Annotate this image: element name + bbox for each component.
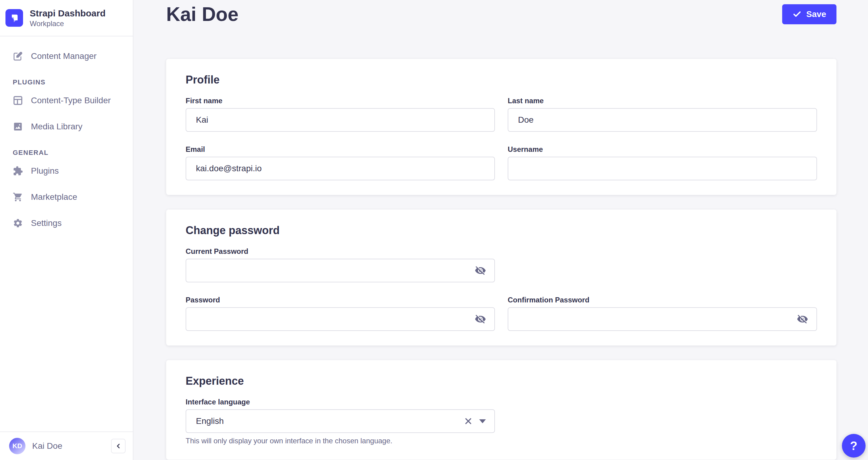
sidebar-item-label: Media Library xyxy=(31,122,83,132)
sidebar-collapse-button[interactable] xyxy=(111,439,126,453)
sidebar-item-content-manager[interactable]: Content Manager xyxy=(0,43,133,69)
confirm-password-field-group: Confirmation Password xyxy=(508,296,817,331)
content-manager-icon xyxy=(13,51,23,61)
first-name-label: First name xyxy=(186,96,495,105)
app-title: Strapi Dashboard xyxy=(30,8,105,19)
sidebar-item-media-library[interactable]: Media Library xyxy=(0,114,133,140)
sidebar-section-plugins: PLUGINS xyxy=(13,78,133,86)
plugins-icon xyxy=(13,166,23,176)
media-library-icon xyxy=(13,121,23,132)
last-name-label: Last name xyxy=(508,96,817,105)
interface-language-help: This will only display your own interfac… xyxy=(186,437,495,445)
avatar: KD xyxy=(9,438,26,454)
sidebar-item-settings[interactable]: Settings xyxy=(0,210,133,236)
toggle-new-password-visibility-button[interactable] xyxy=(474,312,487,326)
new-password-label: Password xyxy=(186,296,495,304)
page-title: Kai Doe xyxy=(166,4,238,25)
current-password-input[interactable] xyxy=(186,259,495,282)
experience-section-title: Experience xyxy=(186,375,817,387)
save-button[interactable]: Save xyxy=(782,4,836,24)
last-name-input[interactable] xyxy=(508,108,817,132)
first-name-input[interactable] xyxy=(186,108,495,132)
toggle-confirm-password-visibility-button[interactable] xyxy=(796,312,809,326)
email-field[interactable] xyxy=(186,157,495,180)
confirm-password-input[interactable] xyxy=(508,307,817,331)
sidebar-item-content-type-builder[interactable]: Content-Type Builder xyxy=(0,87,133,114)
sidebar-item-plugins[interactable]: Plugins xyxy=(0,158,133,184)
sidebar-nav: Content Manager PLUGINS Content-Type Bui… xyxy=(0,36,133,431)
toggle-current-password-visibility-button[interactable] xyxy=(474,264,487,277)
new-password-field-group: Password xyxy=(186,296,495,331)
save-button-label: Save xyxy=(806,9,826,19)
sidebar-item-label: Plugins xyxy=(31,166,59,176)
clear-language-button[interactable] xyxy=(462,414,475,428)
app-brand[interactable]: Strapi Dashboard Workplace xyxy=(0,0,133,36)
email-label: Email xyxy=(186,145,495,154)
user-name: Kai Doe xyxy=(32,441,104,451)
sidebar-item-marketplace[interactable]: Marketplace xyxy=(0,184,133,210)
clear-icon xyxy=(463,416,473,426)
username-field[interactable] xyxy=(508,157,817,180)
profile-card: Profile First name Last name Email xyxy=(166,59,836,195)
interface-language-select[interactable]: English xyxy=(186,409,495,433)
grid-spacer xyxy=(508,398,817,445)
interface-language-label: Interface language xyxy=(186,398,495,406)
new-password-input[interactable] xyxy=(186,307,495,331)
grid-spacer xyxy=(508,247,817,282)
check-icon xyxy=(793,10,802,19)
last-name-field-group: Last name xyxy=(508,96,817,132)
interface-language-field-group: Interface language English This will onl… xyxy=(186,398,495,445)
email-field-group: Email xyxy=(186,145,495,180)
sidebar-item-label: Settings xyxy=(31,218,62,228)
current-password-field-group: Current Password xyxy=(186,247,495,282)
question-mark-icon: ? xyxy=(850,439,857,453)
sidebar-item-label: Content-Type Builder xyxy=(31,96,111,105)
chevron-left-icon xyxy=(115,442,122,450)
strapi-logo xyxy=(5,9,23,27)
current-password-label: Current Password xyxy=(186,247,495,256)
settings-icon xyxy=(13,218,23,228)
eye-off-icon xyxy=(475,265,486,276)
change-password-section-title: Change password xyxy=(186,224,817,237)
experience-card: Experience Interface language English Th… xyxy=(166,360,836,460)
sidebar-item-label: Content Manager xyxy=(31,51,96,61)
main-content: Kai Doe Save Profile First name Last nam… xyxy=(133,0,868,460)
first-name-field-group: First name xyxy=(186,96,495,132)
change-password-card: Change password Current Password Passwor… xyxy=(166,209,836,346)
sidebar-section-general: GENERAL xyxy=(13,149,133,157)
content-type-builder-icon xyxy=(13,95,23,106)
confirm-password-label: Confirmation Password xyxy=(508,296,817,304)
sidebar-user-row: KD Kai Doe xyxy=(0,431,133,460)
eye-off-icon xyxy=(475,313,486,325)
sidebar: Strapi Dashboard Workplace Content Manag… xyxy=(0,0,133,460)
profile-section-title: Profile xyxy=(186,74,817,86)
username-label: Username xyxy=(508,145,817,154)
eye-off-icon xyxy=(797,313,808,325)
marketplace-icon xyxy=(13,192,23,202)
workspace-name: Workplace xyxy=(30,20,105,28)
help-button[interactable]: ? xyxy=(842,434,866,458)
sidebar-item-label: Marketplace xyxy=(31,192,78,202)
caret-down-icon[interactable] xyxy=(479,419,486,423)
interface-language-value: English xyxy=(196,416,462,426)
username-field-group: Username xyxy=(508,145,817,180)
page-header: Kai Doe Save xyxy=(166,4,836,25)
